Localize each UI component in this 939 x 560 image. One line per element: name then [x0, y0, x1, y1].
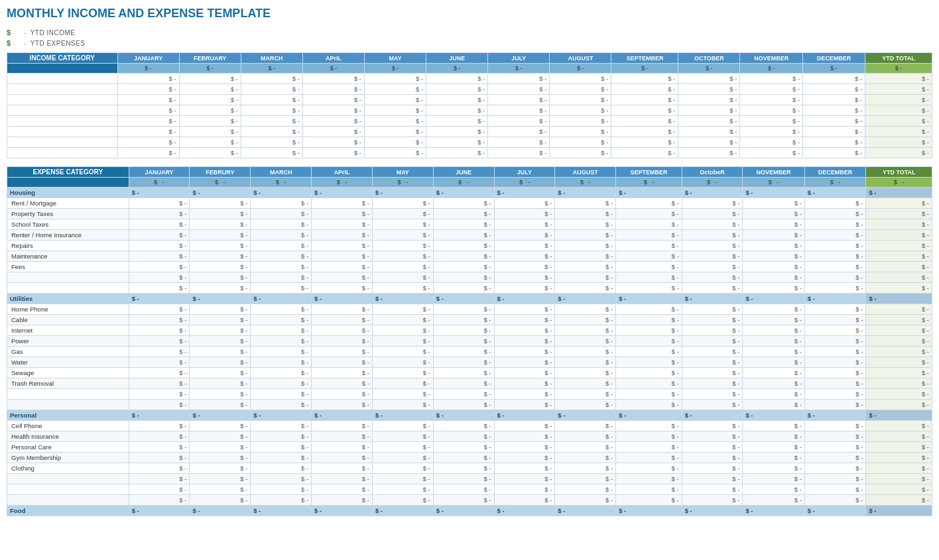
- expense-cell[interactable]: $ -: [616, 315, 682, 325]
- expense-ytd-cell[interactable]: $ -: [866, 378, 932, 389]
- income-cell[interactable]: $ -: [179, 127, 241, 137]
- income-cell[interactable]: $ -: [302, 127, 364, 137]
- expense-cell[interactable]: $ -: [743, 283, 804, 294]
- income-cell[interactable]: $ -: [550, 127, 611, 137]
- expense-cell[interactable]: $ -: [555, 272, 616, 283]
- expense-cell[interactable]: $ -: [190, 304, 251, 315]
- expense-cell[interactable]: $ -: [312, 219, 373, 230]
- expense-cell[interactable]: $ -: [494, 463, 555, 474]
- expense-ytd-cell[interactable]: $ -: [866, 241, 932, 251]
- income-cell[interactable]: $ -: [302, 74, 364, 84]
- expense-cell[interactable]: $ -: [251, 336, 312, 347]
- expense-cell[interactable]: $ -: [251, 474, 312, 484]
- expense-row-label[interactable]: [7, 484, 129, 495]
- expense-cell[interactable]: $ -: [682, 283, 743, 294]
- expense-cell[interactable]: $ -: [682, 495, 743, 506]
- expense-cell[interactable]: $ -: [129, 251, 190, 262]
- expense-cell[interactable]: $ -: [190, 431, 251, 442]
- expense-cell[interactable]: $ -: [804, 357, 866, 368]
- expense-cell[interactable]: $ -: [616, 241, 682, 251]
- expense-row-label[interactable]: [7, 474, 129, 484]
- income-cell[interactable]: $ -: [365, 95, 426, 105]
- expense-cell[interactable]: $ -: [682, 463, 743, 474]
- expense-cell[interactable]: $ -: [743, 442, 804, 453]
- expense-cell[interactable]: $ -: [494, 251, 555, 262]
- expense-cell[interactable]: $ -: [804, 198, 866, 209]
- expense-cell[interactable]: $ -: [494, 389, 555, 400]
- income-cell[interactable]: $ -: [426, 105, 488, 116]
- income-ytd-cell[interactable]: $ -: [865, 84, 932, 95]
- expense-cell[interactable]: $ -: [494, 336, 555, 347]
- expense-row-label[interactable]: Clothing: [7, 463, 129, 474]
- expense-ytd-cell[interactable]: $ -: [866, 262, 932, 272]
- income-row-label[interactable]: [7, 127, 118, 137]
- expense-cell[interactable]: $ -: [372, 400, 433, 410]
- expense-cell[interactable]: $ -: [251, 219, 312, 230]
- income-cell[interactable]: $ -: [611, 116, 678, 127]
- expense-cell[interactable]: $ -: [494, 453, 555, 463]
- expense-cell[interactable]: $ -: [372, 484, 433, 495]
- expense-cell[interactable]: $ -: [433, 209, 494, 219]
- income-row-label[interactable]: [7, 95, 118, 105]
- expense-cell[interactable]: $ -: [494, 474, 555, 484]
- expense-cell[interactable]: $ -: [129, 283, 190, 294]
- income-cell[interactable]: $ -: [365, 116, 426, 127]
- income-cell[interactable]: $ -: [179, 116, 241, 127]
- expense-cell[interactable]: $ -: [372, 315, 433, 325]
- expense-row-label[interactable]: [7, 272, 129, 283]
- expense-cell[interactable]: $ -: [129, 209, 190, 219]
- expense-cell[interactable]: $ -: [251, 484, 312, 495]
- expense-cell[interactable]: $ -: [616, 262, 682, 272]
- expense-row-label[interactable]: [7, 389, 129, 400]
- expense-cell[interactable]: $ -: [251, 230, 312, 241]
- expense-cell[interactable]: $ -: [372, 251, 433, 262]
- expense-cell[interactable]: $ -: [312, 389, 373, 400]
- income-cell[interactable]: $ -: [611, 137, 678, 148]
- expense-cell[interactable]: $ -: [682, 198, 743, 209]
- income-cell[interactable]: $ -: [426, 148, 488, 158]
- expense-ytd-cell[interactable]: $ -: [866, 442, 932, 453]
- expense-ytd-cell[interactable]: $ -: [866, 272, 932, 283]
- expense-cell[interactable]: $ -: [555, 241, 616, 251]
- expense-cell[interactable]: $ -: [743, 230, 804, 241]
- expense-cell[interactable]: $ -: [616, 368, 682, 378]
- income-cell[interactable]: $ -: [803, 127, 865, 137]
- expense-cell[interactable]: $ -: [433, 262, 494, 272]
- expense-cell[interactable]: $ -: [494, 442, 555, 453]
- income-cell[interactable]: $ -: [179, 95, 241, 105]
- expense-cell[interactable]: $ -: [433, 484, 494, 495]
- expense-cell[interactable]: $ -: [804, 315, 866, 325]
- expense-ytd-cell[interactable]: $ -: [866, 453, 932, 463]
- income-cell[interactable]: $ -: [302, 137, 364, 148]
- expense-cell[interactable]: $ -: [743, 421, 804, 431]
- income-cell[interactable]: $ -: [611, 84, 678, 95]
- income-cell[interactable]: $ -: [803, 95, 865, 105]
- income-cell[interactable]: $ -: [179, 105, 241, 116]
- expense-cell[interactable]: $ -: [494, 431, 555, 442]
- income-cell[interactable]: $ -: [550, 74, 611, 84]
- income-row-label[interactable]: [7, 105, 118, 116]
- expense-cell[interactable]: $ -: [190, 378, 251, 389]
- expense-cell[interactable]: $ -: [616, 325, 682, 336]
- expense-cell[interactable]: $ -: [743, 400, 804, 410]
- expense-cell[interactable]: $ -: [682, 272, 743, 283]
- expense-cell[interactable]: $ -: [804, 463, 866, 474]
- expense-cell[interactable]: $ -: [616, 230, 682, 241]
- expense-ytd-cell[interactable]: $ -: [866, 251, 932, 262]
- expense-cell[interactable]: $ -: [433, 230, 494, 241]
- expense-cell[interactable]: $ -: [372, 453, 433, 463]
- expense-cell[interactable]: $ -: [555, 378, 616, 389]
- expense-row-label[interactable]: Power: [7, 336, 129, 347]
- income-cell[interactable]: $ -: [678, 148, 740, 158]
- expense-ytd-cell[interactable]: $ -: [866, 219, 932, 230]
- income-cell[interactable]: $ -: [803, 84, 865, 95]
- expense-cell[interactable]: $ -: [682, 484, 743, 495]
- expense-cell[interactable]: $ -: [804, 209, 866, 219]
- expense-cell[interactable]: $ -: [190, 484, 251, 495]
- expense-cell[interactable]: $ -: [312, 283, 373, 294]
- expense-cell[interactable]: $ -: [372, 378, 433, 389]
- expense-cell[interactable]: $ -: [251, 315, 312, 325]
- expense-cell[interactable]: $ -: [494, 484, 555, 495]
- expense-cell[interactable]: $ -: [804, 484, 866, 495]
- expense-cell[interactable]: $ -: [555, 495, 616, 506]
